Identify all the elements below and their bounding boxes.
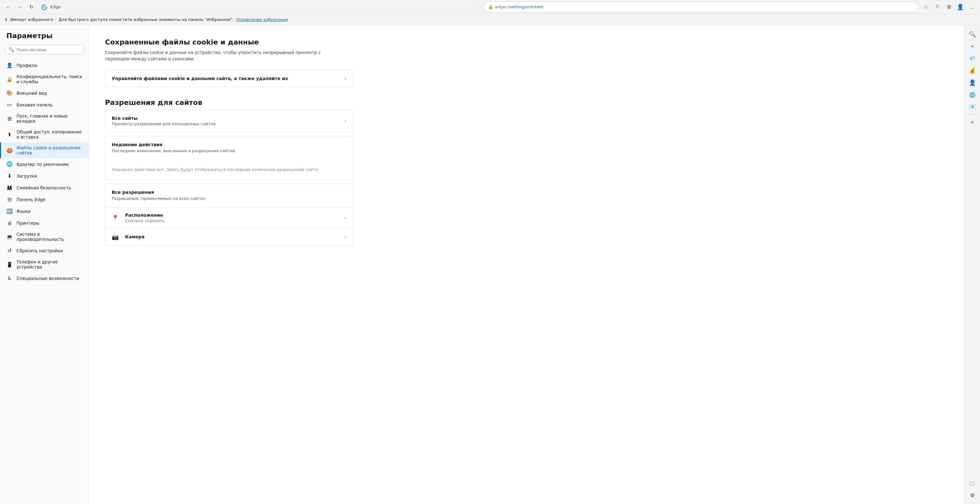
sidebar-item-profiles[interactable]: 👤 Профили (0, 59, 89, 71)
sidebar-item-label: Специальные возможности (16, 276, 79, 281)
cookies-section-desc: Сохраняйте файлы cookie и данные на устр… (105, 49, 347, 62)
cookies-section-title: Сохраненные файлы cookie и данные (105, 38, 948, 46)
phone-icon: 📱 (6, 262, 13, 268)
sidebar-item-reset[interactable]: ↺ Сбросить настройки (0, 245, 89, 257)
sidebar-item-default-browser[interactable]: 🌐 Браузер по умолчанию (0, 158, 89, 170)
privacy-icon: 🔒 (6, 76, 13, 82)
manage-favorites-link[interactable]: Управление избранным (236, 17, 288, 22)
collections-sidebar-button[interactable]: 🌐 (967, 89, 978, 100)
settings-sidebar: Параметры 🔍 👤 Профили 🔒 Конфиденциальнос… (0, 25, 89, 504)
copilot-button[interactable]: ✦ (967, 41, 978, 52)
import-icon: ⬆ (5, 17, 8, 22)
sidebar-item-languages[interactable]: 🔤 Языки (0, 205, 89, 217)
main-area: Параметры 🔍 👤 Профили 🔒 Конфиденциальнос… (0, 25, 980, 504)
profiles-icon: 👤 (6, 62, 13, 68)
all-sites-title: Все сайты (112, 116, 345, 121)
outlook-button[interactable]: 📧 (967, 101, 978, 113)
reading-list-button[interactable]: ⚐ (932, 2, 942, 12)
location-perm-text: Расположение Сначала спросить (125, 212, 345, 223)
right-panel: 🔍 ✦ 💎 💰 👤 🌐 📧 + ⬚ ⚙ (964, 25, 980, 504)
all-sites-row[interactable]: Все сайты Просмотр разрешений для посеще… (105, 110, 353, 132)
sidebar-item-label: Внешний вид (16, 90, 47, 96)
manage-cookies-row[interactable]: Управляйте файлами cookie и данными сайт… (105, 70, 353, 87)
sidebar-item-system[interactable]: 💻 Система и производительность (0, 229, 89, 245)
back-button[interactable]: ← (3, 2, 13, 12)
url-display: edge://settings/content (495, 5, 913, 9)
favorites-bar: ⬆ Импорт избранного Для быстрого доступа… (0, 14, 980, 25)
settings-small-button[interactable]: ⚙ (967, 490, 978, 501)
wallet-button[interactable]: 💰 (967, 65, 978, 76)
forward-button[interactable]: → (14, 2, 25, 12)
edge-panel-icon: ⊟ (6, 197, 13, 203)
location-icon: 📍 (112, 214, 121, 221)
sidebar-item-phone[interactable]: 📱 Телефон и другие устройства (0, 257, 89, 273)
sidebar-item-downloads[interactable]: ⬇ Загрузки (0, 170, 89, 182)
all-sites-card: Все сайты Просмотр разрешений для посеще… (105, 109, 353, 132)
camera-icon: 📷 (112, 234, 121, 240)
url-path: settings/content (510, 5, 544, 9)
sidebar-item-label: Семейная безопасность (16, 185, 71, 190)
sidebar-item-label: Панель Edge (16, 197, 45, 202)
titlebar-actions: ☆ ⚐ ⊞ 👤 … (921, 2, 977, 12)
search-input[interactable] (16, 48, 80, 52)
sidebar-item-label: Профили (16, 63, 37, 68)
sidebar-item-family[interactable]: 👨‍👩‍👧 Семейная безопасность (0, 182, 89, 193)
reset-icon: ↺ (6, 247, 13, 254)
lock-icon: 🔒 (488, 5, 493, 9)
recent-activity-subtitle: Последние изменения, внесенные в разреше… (112, 148, 347, 153)
sidebar-item-appearance[interactable]: 🎨 Внешний вид (0, 87, 89, 99)
search-box[interactable]: 🔍 (5, 45, 84, 54)
location-perm-title: Расположение (125, 212, 345, 218)
add-tool-button[interactable]: + (967, 117, 978, 128)
recent-activity-empty: Недавних действий нет. Здесь будут отобр… (105, 160, 353, 179)
chevron-right-icon: › (345, 118, 347, 123)
all-permissions-title: Все разрешения (112, 190, 347, 195)
sidebar-item-label: Принтеры (16, 220, 40, 226)
permissions-section-title: Разрешения для сайтов (105, 98, 948, 106)
permission-row-camera[interactable]: 📷 Камера › (105, 228, 353, 245)
refresh-button[interactable]: ↻ (26, 2, 36, 12)
content-area: Сохраненные файлы cookie и данные Сохран… (89, 25, 964, 504)
share-icon: ⬆ (6, 132, 13, 138)
downloads-icon: ⬇ (6, 173, 13, 179)
edge-logo-icon (41, 3, 48, 11)
camera-perm-text: Камера (125, 234, 345, 239)
favorites-star-button[interactable]: ☆ (921, 2, 931, 12)
chevron-right-icon: › (345, 215, 347, 220)
import-label[interactable]: Импорт избранного (10, 17, 53, 22)
start-icon: ⊞ (6, 116, 13, 122)
permission-row-location[interactable]: 📍 Расположение Сначала спросить › (105, 207, 353, 228)
sidebar-item-accessibility[interactable]: ♿ Специальные возможности (0, 273, 89, 284)
all-permissions-subtitle: Разрешения, применяемые на всех сайтах (112, 196, 347, 201)
search-sidebar-button[interactable]: 🔍 (967, 29, 978, 40)
sidebar-item-edge-panel[interactable]: ⊟ Панель Edge (0, 193, 89, 205)
collections-button[interactable]: ⊞ (944, 2, 954, 12)
more-menu-button[interactable]: … (967, 2, 977, 12)
recent-activity-header: Недавние действия Последние изменения, в… (105, 136, 353, 160)
sidebar-item-label: Боковая панель (16, 102, 52, 108)
chevron-right-icon: › (345, 76, 347, 81)
fav-divider (56, 16, 56, 23)
profile-button[interactable]: 👤 (955, 2, 966, 12)
sidebar-item-label: Конфиденциальность, поиск и службы (16, 74, 83, 84)
shopping-button[interactable]: 💎 (967, 53, 978, 64)
screenshot-button[interactable]: ⬚ (967, 477, 978, 489)
recent-activity-title: Недавние действия (112, 142, 347, 147)
sidebar-item-cookies[interactable]: 🍪 Файлы cookie и разрешения сайтов (0, 143, 89, 158)
recent-activity-card: Недавние действия Последние изменения, в… (105, 136, 353, 180)
address-bar[interactable]: 🔒 edge://settings/content (483, 2, 918, 13)
sidebar-item-share[interactable]: ⬆ Общий доступ, копирование и вставка (0, 127, 89, 143)
family-icon: 👨‍👩‍👧 (6, 185, 13, 191)
location-perm-sub: Сначала спросить (125, 218, 345, 223)
sidebar-item-start[interactable]: ⊞ Пуск, главная и новые вкладки (0, 111, 89, 127)
languages-icon: 🔤 (6, 208, 13, 214)
appearance-icon: 🎨 (6, 90, 13, 96)
settings-title: Параметры (0, 32, 89, 45)
sidebar-item-sidebar[interactable]: ▭ Боковая панель (0, 99, 89, 111)
default-browser-icon: 🌐 (6, 161, 13, 167)
all-sites-text: Все сайты Просмотр разрешений для посеще… (112, 116, 345, 126)
printers-icon: 🖨 (6, 220, 13, 226)
profile-sidebar-button[interactable]: 👤 (967, 77, 978, 88)
sidebar-item-privacy[interactable]: 🔒 Конфиденциальность, поиск и службы (0, 71, 89, 87)
sidebar-item-printers[interactable]: 🖨 Принтеры (0, 217, 89, 229)
